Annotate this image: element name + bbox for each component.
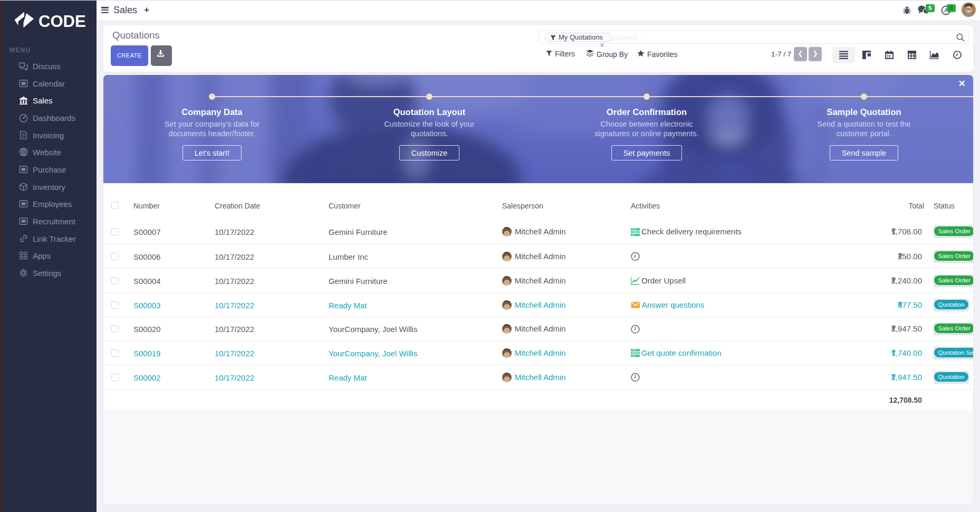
svg-text:CODE: CODE — [39, 12, 86, 31]
